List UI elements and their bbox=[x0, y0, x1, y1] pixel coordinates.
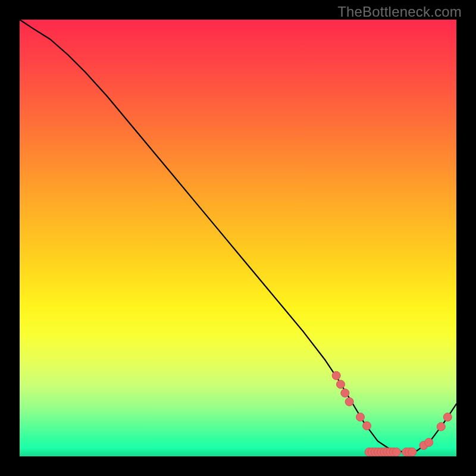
curve-marker bbox=[392, 448, 400, 456]
curve-marker bbox=[408, 448, 416, 456]
chart-frame: TheBottleneck.com bbox=[0, 0, 476, 476]
curve-marker bbox=[336, 380, 345, 389]
curve-marker bbox=[341, 389, 349, 397]
curve-marker bbox=[356, 413, 365, 421]
curve-marker bbox=[437, 422, 445, 431]
curve-markers bbox=[332, 371, 452, 456]
curve-line bbox=[20, 20, 456, 452]
curve-marker bbox=[363, 422, 371, 430]
branding-watermark: TheBottleneck.com bbox=[337, 4, 462, 20]
chart-svg bbox=[20, 20, 456, 456]
curve-marker bbox=[443, 413, 452, 421]
curve-marker bbox=[345, 397, 353, 406]
curve-marker bbox=[425, 439, 433, 447]
curve-marker bbox=[332, 371, 340, 380]
